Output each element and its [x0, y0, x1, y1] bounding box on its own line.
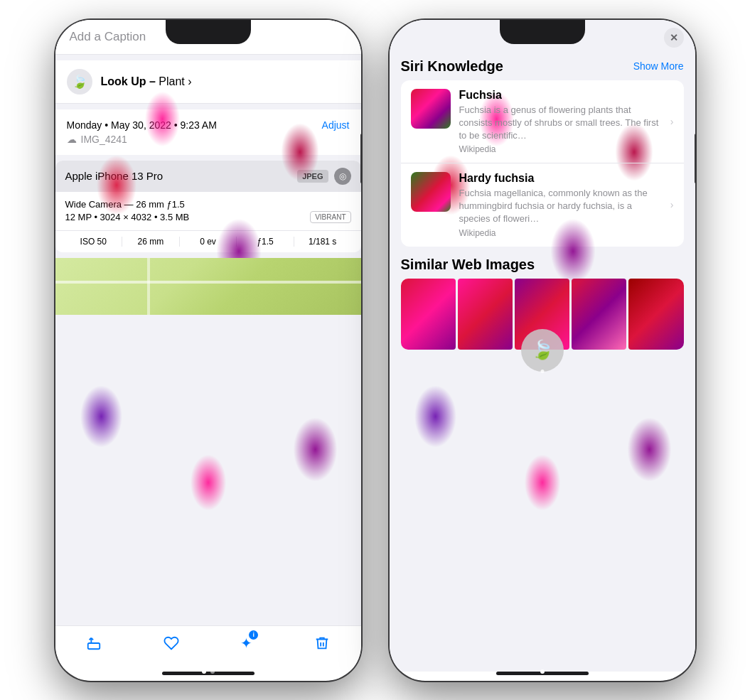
page-dots — [202, 669, 215, 674]
map-area[interactable] — [55, 258, 361, 315]
hardy-thumbnail — [411, 172, 451, 212]
page-dots-right — [540, 669, 545, 674]
page-dot-2 — [210, 669, 215, 674]
drag-handle[interactable] — [530, 26, 555, 29]
fuchsia-source: Wikipedia — [459, 144, 662, 154]
phone-right: 🍃 Results ✕ Siri Knowledge Show More — [390, 20, 695, 681]
knowledge-item-fuchsia[interactable]: Fuchsia Fuchsia is a genus of flowering … — [401, 80, 684, 164]
page-dot-1 — [202, 669, 206, 674]
results-title: Results — [520, 30, 564, 44]
knowledge-card: Fuchsia Fuchsia is a genus of flowering … — [401, 80, 684, 247]
info-button[interactable]: ✦ i — [240, 635, 252, 652]
fuchsia-text: Fuchsia Fuchsia is a genus of flowering … — [459, 89, 662, 155]
fuchsia-thumbnail — [411, 89, 451, 129]
fuchsia-description: Fuchsia is a genus of flowering plants t… — [459, 104, 662, 143]
siri-button[interactable]: 🍃 — [521, 329, 564, 372]
leaf-siri-icon: 🍃 — [531, 339, 554, 361]
fuchsia-name: Fuchsia — [459, 89, 662, 102]
page-dot-right-1 — [540, 669, 545, 674]
results-header: Results ✕ — [390, 20, 695, 51]
hardy-name: Hardy fuchsia — [459, 172, 662, 185]
knowledge-item-hardy[interactable]: Hardy fuchsia Fuchsia magellanica, commo… — [401, 163, 684, 247]
hardy-chevron: › — [670, 199, 674, 210]
fuchsia-chevron: › — [670, 116, 674, 127]
phone-left: Add a Caption 🍃 Look Up – Plant › Monday… — [55, 20, 361, 681]
hardy-source: Wikipedia — [459, 228, 662, 238]
hardy-description: Fuchsia magellanica, commonly known as t… — [459, 187, 662, 226]
siri-dot — [540, 370, 544, 373]
close-button[interactable]: ✕ — [664, 28, 684, 48]
hardy-text: Hardy fuchsia Fuchsia magellanica, commo… — [459, 172, 662, 238]
